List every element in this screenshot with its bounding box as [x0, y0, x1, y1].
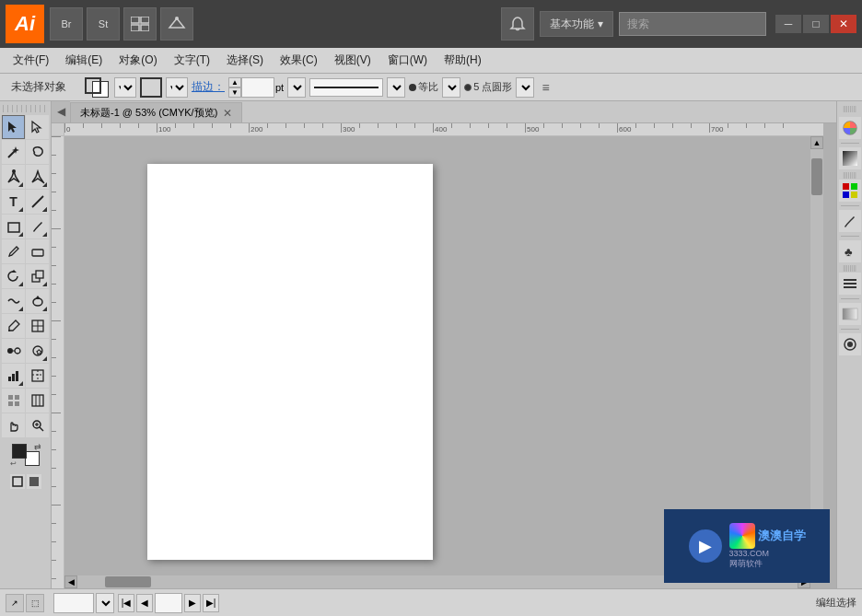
stroke-swatch-outer[interactable] — [85, 77, 101, 94]
tool-select[interactable] — [2, 115, 25, 139]
screen-mode-full[interactable] — [27, 474, 41, 489]
tool-warp[interactable] — [2, 289, 25, 313]
tool-pencil[interactable] — [2, 239, 25, 263]
arrange-button[interactable] — [160, 7, 193, 41]
panel-transform-btn[interactable] — [839, 303, 861, 325]
tool-lasso[interactable] — [26, 140, 49, 164]
menu-effect[interactable]: 效果(C) — [273, 50, 325, 71]
layout-button[interactable] — [123, 7, 157, 41]
scroll-left-btn[interactable]: ◀ — [64, 575, 77, 588]
tool-slice[interactable] — [26, 364, 49, 388]
bridge-button[interactable]: Br — [50, 7, 83, 41]
right-panel: |||||||| |||||||| ♣ |||||||| — [836, 101, 862, 588]
panel-swatches-btn[interactable] — [839, 180, 861, 202]
tool-symbol[interactable]: ✿ — [26, 339, 49, 363]
search-input[interactable] — [619, 12, 766, 36]
tool-brush[interactable] — [26, 215, 49, 238]
line-style-swatch[interactable] — [309, 78, 383, 97]
panel-color-btn[interactable] — [839, 117, 861, 139]
statusbar-icon-1[interactable]: ↗ — [6, 594, 24, 612]
stroke-decrease-btn[interactable]: ▼ — [228, 87, 241, 98]
svg-line-8 — [32, 196, 43, 207]
panel-brush-btn[interactable] — [839, 210, 861, 232]
stroke-value-input[interactable]: 1 — [241, 77, 274, 98]
page-input[interactable]: 1 — [155, 593, 182, 613]
menu-object[interactable]: 对象(O) — [111, 50, 164, 71]
svg-rect-35 — [15, 401, 19, 406]
stock-button[interactable]: St — [87, 7, 120, 41]
svg-rect-47 — [843, 183, 849, 190]
tool-direct-select[interactable] — [26, 115, 49, 139]
menu-view[interactable]: 视图(V) — [327, 50, 379, 71]
tool-mesh[interactable] — [26, 314, 49, 338]
panel-gradient-btn[interactable] — [839, 147, 861, 169]
stroke-dropdown[interactable]: ▾ — [166, 77, 188, 98]
restore-button[interactable]: □ — [803, 15, 829, 33]
tool-columns[interactable] — [26, 389, 49, 413]
svg-rect-1 — [141, 17, 149, 23]
tool-ellipse[interactable] — [26, 289, 49, 313]
page-last-btn[interactable]: ▶| — [203, 594, 219, 612]
tool-art[interactable] — [2, 389, 25, 413]
point-dropdown[interactable]: ▾ — [516, 77, 534, 98]
stroke-swatch[interactable] — [140, 77, 162, 98]
doc-tab-close[interactable]: ✕ — [223, 107, 232, 120]
menu-file[interactable]: 文件(F) — [6, 50, 56, 71]
stroke-spinbox: ▲ ▼ 1 pt — [228, 77, 284, 98]
tool-pen[interactable] — [2, 165, 25, 189]
tool-blend[interactable] — [2, 339, 25, 363]
tool-magic-wand[interactable] — [2, 140, 25, 164]
menu-edit[interactable]: 编辑(E) — [58, 50, 110, 71]
fill-dropdown[interactable]: ▾ — [114, 77, 136, 98]
statusbar-icon-2[interactable]: ⬚ — [26, 594, 44, 612]
watermark-sub-text: 3333.COM — [729, 549, 806, 558]
zoom-control: 53% ▾ — [53, 593, 114, 613]
scroll-up-btn[interactable]: ▲ — [810, 136, 823, 149]
zoom-input[interactable]: 53% — [53, 593, 94, 613]
document-canvas[interactable] — [147, 164, 433, 560]
stroke-increase-btn[interactable]: ▲ — [228, 77, 241, 87]
workspace-button[interactable]: 基本功能 ▾ — [540, 11, 613, 37]
tool-pen-alt[interactable] — [26, 165, 49, 189]
tool-type[interactable]: T — [2, 190, 25, 214]
menu-help[interactable]: 帮助(H) — [437, 50, 489, 71]
page-next-btn[interactable]: ▶ — [184, 594, 201, 612]
scroll-thumb-v[interactable] — [811, 158, 822, 195]
stroke-unit-dropdown[interactable]: ▾ — [287, 77, 306, 98]
menu-type[interactable]: 文字(T) — [167, 50, 217, 71]
svg-point-4 — [175, 17, 179, 20]
watermark-play-btn[interactable]: ▶ — [689, 529, 722, 563]
menu-window[interactable]: 窗口(W) — [380, 50, 435, 71]
document-tab[interactable]: 未标题-1 @ 53% (CMYK/预览) ✕ — [70, 102, 242, 122]
close-button[interactable]: ✕ — [831, 15, 856, 33]
tool-eraser[interactable] — [26, 239, 49, 263]
tool-scale[interactable] — [26, 264, 49, 288]
minimize-button[interactable]: ─ — [775, 15, 801, 33]
page-first-btn[interactable]: |◀ — [118, 594, 134, 612]
ruler-corner — [52, 123, 64, 136]
tool-zoom[interactable] — [26, 413, 49, 437]
tool-eyedropper[interactable] — [2, 314, 25, 338]
scroll-thumb-h[interactable] — [105, 576, 151, 587]
options-more-btn[interactable]: ≡ — [538, 80, 553, 95]
panel-align-btn[interactable] — [839, 273, 861, 295]
screen-mode-normal[interactable] — [10, 474, 25, 489]
line-style-dropdown[interactable]: ▾ — [387, 77, 405, 98]
notification-button[interactable] — [501, 7, 534, 41]
menu-select[interactable]: 选择(S) — [219, 50, 271, 71]
constrain-dropdown[interactable]: ▾ — [442, 77, 460, 98]
panel-appearance-btn[interactable] — [839, 333, 861, 355]
stroke-unit: pt — [275, 82, 284, 93]
color-swatches[interactable]: ↩ ⇄ — [10, 442, 41, 468]
zoom-dropdown[interactable]: ▾ — [96, 593, 114, 613]
panel-symbols-btn[interactable]: ♣ — [839, 240, 861, 262]
tool-rotate[interactable] — [2, 264, 25, 288]
tab-scroll-left[interactable]: ◀ — [52, 101, 70, 122]
tool-graph[interactable] — [2, 364, 25, 388]
tool-rect[interactable] — [2, 215, 25, 238]
tool-hand[interactable] — [2, 413, 25, 437]
svg-point-17 — [8, 330, 10, 331]
page-prev-btn[interactable]: ◀ — [136, 594, 153, 612]
stroke-label[interactable]: 描边： — [192, 79, 225, 95]
tool-line[interactable] — [26, 190, 49, 214]
